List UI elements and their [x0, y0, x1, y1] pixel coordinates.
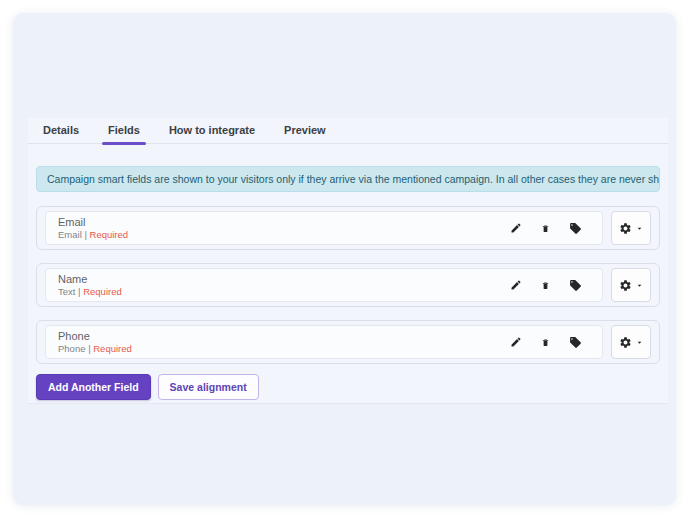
gear-icon	[619, 222, 632, 235]
trash-icon[interactable]	[541, 280, 550, 291]
add-another-field-button[interactable]: Add Another Field	[36, 374, 151, 400]
trash-icon[interactable]	[541, 223, 550, 234]
fields-panel: Details Fields How to integrate Preview …	[28, 117, 668, 404]
chevron-down-icon	[635, 281, 644, 290]
field-title: Name	[58, 273, 510, 286]
required-badge: Required	[83, 286, 122, 297]
field-box: Phone Phone | Required	[45, 325, 603, 359]
action-bar: Add Another Field Save alignment	[36, 374, 660, 400]
field-title: Phone	[58, 330, 510, 343]
field-settings-dropdown[interactable]	[611, 211, 651, 245]
pencil-icon[interactable]	[510, 336, 522, 348]
field-settings-dropdown[interactable]	[611, 325, 651, 359]
field-box: Email Email | Required	[45, 211, 603, 245]
tab-fields[interactable]: Fields	[102, 117, 146, 143]
tag-icon[interactable]	[569, 279, 582, 292]
tag-icon[interactable]	[569, 222, 582, 235]
settings-card: Details Fields How to integrate Preview …	[13, 13, 676, 505]
tag-icon[interactable]	[569, 336, 582, 349]
tab-how-to-integrate[interactable]: How to integrate	[163, 117, 261, 143]
field-row-phone[interactable]: Phone Phone | Required	[36, 320, 660, 364]
chevron-down-icon	[635, 224, 644, 233]
tab-preview[interactable]: Preview	[278, 117, 332, 143]
field-row-email[interactable]: Email Email | Required	[36, 206, 660, 250]
field-title: Email	[58, 216, 510, 229]
gear-icon	[619, 279, 632, 292]
pencil-icon[interactable]	[510, 279, 522, 291]
required-badge: Required	[90, 229, 129, 240]
info-banner: Campaign smart fields are shown to your …	[36, 166, 660, 192]
field-subtitle: Phone | Required	[58, 343, 510, 355]
field-row-name[interactable]: Name Text | Required	[36, 263, 660, 307]
chevron-down-icon	[635, 338, 644, 347]
info-banner-text: Campaign smart fields are shown to your …	[47, 173, 660, 185]
gear-icon	[619, 336, 632, 349]
pencil-icon[interactable]	[510, 222, 522, 234]
trash-icon[interactable]	[541, 337, 550, 348]
field-box: Name Text | Required	[45, 268, 603, 302]
save-alignment-button[interactable]: Save alignment	[158, 374, 259, 400]
field-subtitle: Email | Required	[58, 229, 510, 241]
tab-bar: Details Fields How to integrate Preview	[28, 118, 668, 144]
field-subtitle: Text | Required	[58, 286, 510, 298]
field-settings-dropdown[interactable]	[611, 268, 651, 302]
required-badge: Required	[93, 343, 132, 354]
tab-details[interactable]: Details	[37, 117, 85, 143]
